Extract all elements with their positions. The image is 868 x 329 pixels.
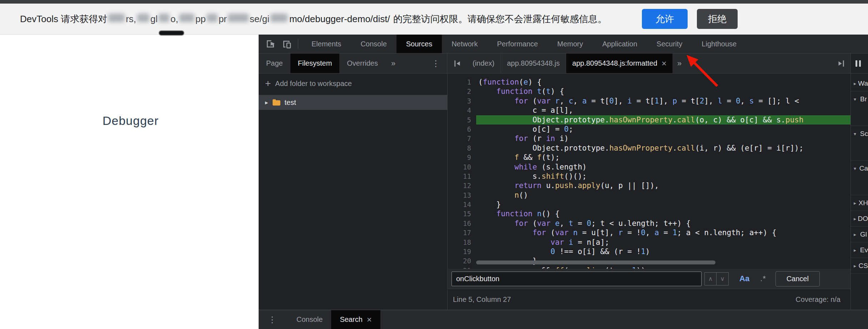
- sidebar-section-do[interactable]: ▸DO: [851, 211, 868, 226]
- drawer-tab-search[interactable]: Search×: [331, 310, 380, 329]
- tree-item-test[interactable]: ▸test: [259, 95, 447, 110]
- open-debugger-sidebar-icon[interactable]: [835, 57, 847, 70]
- folder-icon: [272, 98, 281, 106]
- line-number-13[interactable]: 13: [448, 191, 476, 200]
- line-number-12[interactable]: 12: [448, 181, 476, 190]
- sidebar-section-xh[interactable]: ▸XH: [851, 195, 868, 211]
- code-token: = !: [623, 228, 641, 237]
- toolbar-separator: [298, 39, 298, 49]
- editor-tab[interactable]: app.80954348.js: [501, 54, 566, 73]
- regex-toggle[interactable]: .*: [760, 274, 766, 283]
- tab-security[interactable]: Security: [647, 35, 692, 53]
- code-token: ; a < n.length; a++) {: [677, 228, 776, 237]
- tab-console[interactable]: Console: [351, 35, 396, 53]
- code-token: 1: [673, 228, 677, 237]
- navigator-tab-page[interactable]: Page: [259, 54, 290, 73]
- match-case-toggle[interactable]: Aa: [739, 274, 749, 283]
- navigator-menu-icon[interactable]: ⋮: [431, 59, 440, 69]
- navigator-tab-filesystem[interactable]: Filesystem: [290, 54, 340, 73]
- line-number-5[interactable]: 5: [448, 115, 476, 125]
- line-number-20[interactable]: 20: [448, 256, 476, 265]
- line-number-18[interactable]: 18: [448, 238, 476, 247]
- deny-button[interactable]: 拒绝: [697, 9, 738, 29]
- pause-icon[interactable]: [855, 60, 861, 67]
- sidebar-section-cs[interactable]: ▸CS: [851, 258, 868, 273]
- line-number-3[interactable]: 3: [448, 96, 476, 106]
- code-token: push: [555, 181, 573, 190]
- tab-network[interactable]: Network: [442, 35, 487, 53]
- code-token: var: [537, 219, 550, 228]
- line-number-4[interactable]: 4: [448, 106, 476, 115]
- line-number-10[interactable]: 10: [448, 162, 476, 172]
- line-number-2[interactable]: 2: [448, 87, 476, 96]
- tab-sources[interactable]: Sources: [396, 35, 442, 53]
- code-token: f: [537, 153, 542, 162]
- drawer-tab-console[interactable]: Console: [288, 310, 331, 329]
- tab-memory[interactable]: Memory: [548, 35, 593, 53]
- code-token: 0: [641, 228, 645, 237]
- code-token: for: [514, 134, 528, 143]
- code-token: hasOwnProperty: [609, 144, 673, 152]
- sidebar-section: ▾Ca: [851, 161, 868, 195]
- drawer-menu-icon[interactable]: ⋮: [268, 315, 276, 325]
- search-previous-button[interactable]: ∧: [704, 272, 717, 285]
- line-number-15[interactable]: 15: [448, 209, 476, 218]
- line-number-9[interactable]: 9: [448, 153, 476, 162]
- code-token: (o, c) && o[c] && s.: [695, 116, 785, 124]
- code-token: (: [528, 97, 537, 105]
- line-number-11[interactable]: 11: [448, 172, 476, 181]
- line-number-1[interactable]: 1: [448, 77, 476, 87]
- line-number-7[interactable]: 7: [448, 134, 476, 143]
- code-token: }: [478, 200, 501, 209]
- sidebar-section-br[interactable]: ▾Br: [851, 91, 868, 107]
- search-input[interactable]: [452, 272, 702, 286]
- close-icon[interactable]: ×: [367, 315, 372, 325]
- sidebar-section-gl[interactable]: ▸Gl: [851, 227, 868, 242]
- scrollbar-thumb[interactable]: [476, 260, 715, 264]
- sidebar-section-sc[interactable]: ▾Sc: [851, 126, 868, 141]
- code-token: [550, 97, 555, 105]
- code-line-21: r && ff(u.splice(t--, 1)): [476, 266, 850, 269]
- line-number-16[interactable]: 16: [448, 219, 476, 228]
- inspect-icon[interactable]: [264, 38, 276, 50]
- tab-elements[interactable]: Elements: [302, 35, 351, 53]
- allow-button[interactable]: 允许: [642, 9, 688, 29]
- toggle-navigator-icon[interactable]: [452, 57, 464, 70]
- code-line-10: while (s.length): [476, 162, 850, 172]
- code-token: ],: [614, 97, 627, 105]
- line-number-6[interactable]: 6: [448, 125, 476, 134]
- sidebar-section-ev[interactable]: ▸Ev: [851, 242, 868, 258]
- code-line-4: c = a[l],: [476, 106, 850, 115]
- more-navigator-tabs-icon[interactable]: »: [391, 59, 395, 68]
- code-token: 1: [632, 266, 637, 269]
- more-editor-tabs-icon[interactable]: »: [677, 59, 682, 68]
- line-number-19[interactable]: 19: [448, 247, 476, 256]
- sidebar-section-wa[interactable]: ▸Wa: [851, 76, 868, 91]
- add-folder-button[interactable]: + Add folder to workspace: [265, 78, 447, 89]
- tab-performance[interactable]: Performance: [488, 35, 548, 53]
- sidebar-section-ca[interactable]: ▾Ca: [851, 161, 868, 176]
- code-token: ff: [555, 266, 564, 269]
- navigator-tab-overrides[interactable]: Overrides: [339, 54, 385, 73]
- second-toolbar-row: PageFilesystemOverrides » ⋮ (index)app.8…: [259, 54, 868, 74]
- expand-arrow-icon[interactable]: ▸: [265, 99, 268, 106]
- editor-tab[interactable]: (index): [467, 54, 501, 73]
- redacted-fragment: se/gi: [250, 14, 269, 24]
- redacted-blur: [228, 14, 249, 22]
- device-toolbar-icon[interactable]: [281, 38, 293, 50]
- editor-tab[interactable]: app.80954348.js:formatted×: [566, 54, 673, 73]
- code-token: (u.: [564, 266, 578, 269]
- banner-prefix: DevTools 请求获得对: [20, 13, 107, 25]
- search-next-button[interactable]: ∨: [717, 272, 729, 285]
- tab-application[interactable]: Application: [593, 35, 647, 53]
- line-number-17[interactable]: 17: [448, 228, 476, 237]
- tab-lighthouse[interactable]: Lighthouse: [692, 35, 746, 53]
- line-number-14[interactable]: 14: [448, 200, 476, 209]
- close-icon[interactable]: ×: [662, 59, 667, 69]
- code-token: i): [555, 134, 569, 143]
- sidebar-section: ▸Ev: [851, 242, 868, 258]
- cancel-button[interactable]: Cancel: [775, 271, 820, 287]
- code-line-9: f && f(t);: [476, 153, 850, 162]
- line-number-21[interactable]: 21: [448, 266, 476, 269]
- line-number-8[interactable]: 8: [448, 143, 476, 153]
